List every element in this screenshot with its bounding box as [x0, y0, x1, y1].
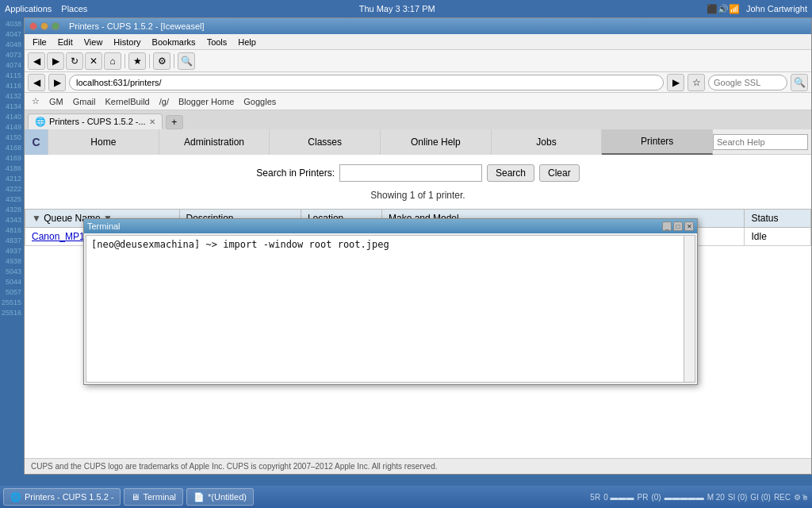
system-bar-right: ⬛🔊📶 John Cartwright — [707, 4, 807, 14]
sidebar-number: 4186 — [0, 164, 24, 174]
system-icons: ⬛🔊📶 — [707, 4, 740, 14]
tab-label: Printers - CUPS 1.5.2 -... — [49, 117, 146, 126]
maximize-btn[interactable] — [52, 22, 59, 30]
status-pr: PR — [637, 493, 648, 502]
taskbar-item-untitled[interactable]: 📄 *(Untitled) — [186, 488, 254, 506]
sidebar-number: 4837 — [0, 236, 24, 246]
sidebar-number: 4047 — [0, 29, 24, 40]
search-printers-label: Search in Printers: — [256, 167, 335, 179]
home-button[interactable]: ⌂ — [104, 52, 121, 70]
menu-help[interactable]: Help — [233, 36, 261, 48]
sidebar-number: 4048 — [0, 40, 24, 50]
cups-nav-jobs[interactable]: Jobs — [492, 129, 603, 155]
browser-title: Printers - CUPS 1.5.2 - [Iceweasel] — [69, 21, 205, 31]
menu-history[interactable]: History — [109, 36, 145, 48]
stop-button[interactable]: ✕ — [85, 52, 102, 70]
close-btn[interactable] — [29, 22, 37, 30]
sidebar-number: 5057 — [0, 287, 24, 298]
taskbar-browser-icon: 🌐 — [10, 492, 21, 502]
menu-edit[interactable]: Edit — [53, 36, 78, 48]
cups-nav-printers[interactable]: Printers — [602, 129, 713, 155]
bm-g[interactable]: /g/ — [155, 95, 173, 108]
taskbar-browser-label: Printers - CUPS 1.5.2 - — [25, 492, 113, 502]
cups-nav: C Home Administration Classes Online Hel… — [25, 129, 811, 155]
address-back[interactable]: ◀ — [28, 74, 45, 91]
sidebar-number: 5043 — [0, 267, 24, 277]
terminal-title: Terminal — [87, 221, 121, 231]
minimize-btn[interactable] — [40, 22, 48, 30]
menu-bar: File Edit View History Bookmarks Tools H… — [25, 34, 811, 50]
bookmarks-bar: ☆ GM Gmail KernelBuild /g/ Blogger Home … — [25, 93, 811, 110]
terminal-maximize-btn[interactable]: □ — [673, 221, 683, 231]
bm-star[interactable]: ☆ — [28, 94, 44, 108]
menu-view[interactable]: View — [79, 36, 108, 48]
address-input[interactable] — [69, 75, 664, 90]
search-button[interactable]: Search — [487, 164, 534, 182]
tab-close-button[interactable]: ✕ — [149, 117, 155, 126]
taskbar-item-browser[interactable]: 🌐 Printers - CUPS 1.5.2 - — [3, 488, 121, 506]
sidebar-number: 4212 — [0, 174, 24, 184]
bm-gmail[interactable]: Gmail — [69, 95, 100, 108]
taskbar-item-terminal[interactable]: 🖥 Terminal — [124, 488, 183, 506]
sidebar-number: 4134 — [0, 102, 24, 112]
sidebar-number: 4038 — [0, 19, 24, 29]
left-sidebar-numbers: 4038404740484073407441154116413241344140… — [0, 17, 24, 475]
star-button[interactable]: ☆ — [688, 74, 705, 91]
terminal-cursor-line: █ — [91, 250, 690, 261]
bookmark-button[interactable]: ★ — [128, 52, 146, 70]
sidebar-number: 5044 — [0, 277, 24, 287]
cups-search-input[interactable] — [713, 134, 808, 150]
places-menu[interactable]: Places — [61, 4, 87, 13]
cups-nav-classes[interactable]: Classes — [270, 129, 381, 155]
back-button[interactable]: ◀ — [28, 52, 45, 70]
address-forward[interactable]: ▶ — [48, 74, 66, 91]
zoom-button[interactable]: 🔍 — [178, 52, 195, 70]
sidebar-number: 4169 — [0, 153, 24, 164]
sidebar-number: 4150 — [0, 133, 24, 143]
menu-tools[interactable]: Tools — [202, 36, 232, 48]
showing-text: Showing 1 of 1 printer. — [25, 187, 811, 209]
bm-gm[interactable]: GM — [45, 95, 67, 108]
applications-menu[interactable]: Applications — [5, 4, 52, 13]
cups-nav-home[interactable]: Home — [48, 129, 159, 155]
terminal-command: import -window root root.jpeg — [223, 239, 389, 250]
search-go-button[interactable]: 🔍 — [791, 74, 808, 91]
taskbar: 🌐 Printers - CUPS 1.5.2 - 🖥 Terminal 📄 *… — [0, 486, 812, 508]
settings-button[interactable]: ⚙ — [153, 52, 170, 70]
terminal-body[interactable]: [neo@deusexmachina] ~> import -window ro… — [86, 235, 695, 383]
tab-printers[interactable]: 🌐 Printers - CUPS 1.5.2 -... ✕ — [28, 114, 163, 129]
sidebar-number: 4168 — [0, 143, 24, 153]
bm-goggles[interactable]: Goggles — [239, 95, 280, 108]
toolbar-sep2 — [149, 54, 150, 68]
taskbar-untitled-label: *(Untitled) — [208, 492, 247, 502]
bm-kernelbuild[interactable]: KernelBuild — [101, 95, 153, 108]
clear-button[interactable]: Clear — [539, 164, 580, 182]
address-bar: ◀ ▶ ▶ ☆ 🔍 — [25, 72, 811, 93]
sidebar-number: 4222 — [0, 184, 24, 194]
status-icons: ⚙🖱 — [794, 493, 809, 502]
sidebar-number: 4132 — [0, 91, 24, 102]
col-status[interactable]: Status — [745, 210, 811, 228]
system-clock: Thu May 3 3:17 PM — [359, 4, 435, 13]
new-tab-button[interactable]: + — [166, 115, 183, 129]
status-gi: GI (0) — [750, 493, 771, 502]
cups-nav-admin[interactable]: Administration — [159, 129, 270, 155]
terminal-scrollbar[interactable] — [684, 236, 695, 382]
status-bar2: ▬▬▬▬▬ — [665, 493, 704, 502]
menu-bookmarks[interactable]: Bookmarks — [147, 36, 201, 48]
taskbar-right: 5R 0 ▬▬▬ PR (0) ▬▬▬▬▬ M 20 SI (0) GI (0)… — [590, 493, 809, 502]
search-input[interactable] — [708, 75, 787, 90]
terminal-prompt: [neo@deusexmachina] ~> — [91, 239, 223, 250]
sidebar-number: 4116 — [0, 81, 24, 91]
terminal-minimize-btn[interactable]: _ — [662, 221, 672, 231]
terminal-close-btn[interactable]: ✕ — [684, 221, 694, 231]
forward-button[interactable]: ▶ — [47, 52, 64, 70]
cups-nav-help[interactable]: Online Help — [381, 129, 492, 155]
sidebar-number: 25516 — [0, 308, 24, 318]
go-button[interactable]: ▶ — [667, 74, 684, 91]
sidebar-number: 4328 — [0, 205, 24, 215]
bm-blogger[interactable]: Blogger Home — [174, 95, 238, 108]
menu-file[interactable]: File — [28, 36, 52, 48]
search-printers-input[interactable] — [339, 164, 482, 182]
reload-button[interactable]: ↻ — [66, 52, 83, 70]
